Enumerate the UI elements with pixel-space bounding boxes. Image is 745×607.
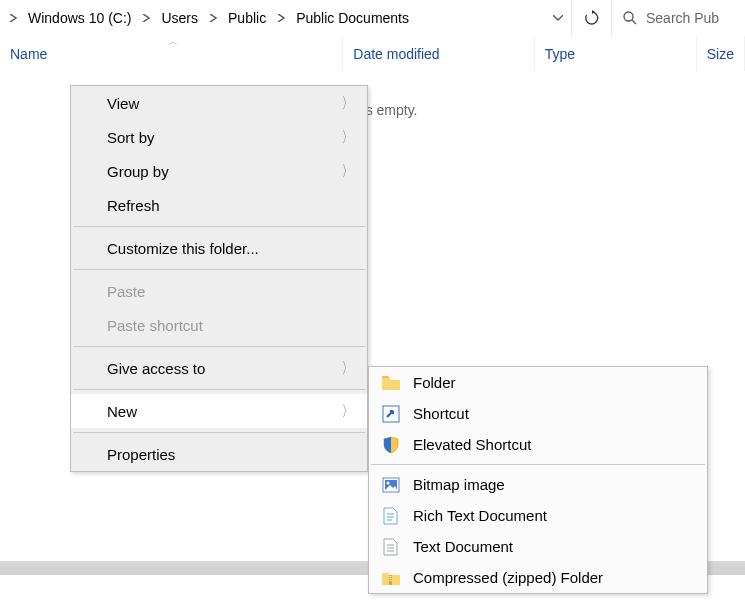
- menu-view[interactable]: View〉: [71, 86, 367, 120]
- submenu-elevated-shortcut[interactable]: Elevated Shortcut: [369, 429, 707, 460]
- svg-rect-14: [390, 578, 392, 579]
- breadcrumb-item[interactable]: Public Documents: [290, 6, 415, 30]
- column-size[interactable]: Size: [697, 36, 745, 71]
- column-type[interactable]: Type: [535, 36, 697, 71]
- column-headers: ︿ Name Date modified Type Size: [0, 36, 745, 72]
- menu-sort-by[interactable]: Sort by〉: [71, 120, 367, 154]
- menu-customize-folder[interactable]: Customize this folder...: [71, 231, 367, 265]
- chevron-right-icon: 〉: [342, 402, 353, 421]
- column-date-modified[interactable]: Date modified: [343, 36, 534, 71]
- rtf-icon: [381, 506, 401, 526]
- menu-separator: [73, 269, 365, 270]
- chevron-right-icon[interactable]: [4, 0, 22, 36]
- refresh-button[interactable]: [571, 0, 611, 36]
- breadcrumb-item[interactable]: Windows 10 (C:): [22, 6, 137, 30]
- address-bar: Windows 10 (C:) Users Public Public Docu…: [0, 0, 745, 36]
- menu-separator: [73, 432, 365, 433]
- submenu-shortcut[interactable]: Shortcut: [369, 398, 707, 429]
- chevron-right-icon[interactable]: [272, 0, 290, 36]
- menu-properties[interactable]: Properties: [71, 437, 367, 471]
- svg-point-5: [387, 481, 390, 484]
- chevron-down-icon[interactable]: [545, 0, 571, 36]
- image-icon: [381, 475, 401, 495]
- shield-icon: [381, 435, 401, 455]
- folder-icon: [381, 373, 401, 393]
- menu-separator: [73, 226, 365, 227]
- menu-new[interactable]: New〉: [71, 394, 367, 428]
- menu-separator: [73, 346, 365, 347]
- menu-separator: [73, 389, 365, 390]
- svg-point-0: [624, 12, 633, 21]
- chevron-right-icon: 〉: [342, 359, 353, 378]
- breadcrumb-item[interactable]: Public: [222, 6, 272, 30]
- submenu-text-document[interactable]: Text Document: [369, 531, 707, 562]
- submenu-compressed-folder[interactable]: Compressed (zipped) Folder: [369, 562, 707, 593]
- text-file-icon: [381, 537, 401, 557]
- menu-refresh[interactable]: Refresh: [71, 188, 367, 222]
- svg-line-1: [632, 20, 636, 24]
- chevron-right-icon[interactable]: [204, 0, 222, 36]
- submenu-folder[interactable]: Folder: [369, 367, 707, 398]
- menu-group-by[interactable]: Group by〉: [71, 154, 367, 188]
- menu-paste-shortcut: Paste shortcut: [71, 308, 367, 342]
- sort-caret-icon: ︿: [168, 35, 180, 49]
- menu-separator: [371, 464, 705, 465]
- new-submenu: Folder Shortcut Elevated Shortcut Bitmap…: [368, 366, 708, 594]
- breadcrumb-item[interactable]: Users: [155, 6, 204, 30]
- submenu-bitmap-image[interactable]: Bitmap image: [369, 469, 707, 500]
- chevron-right-icon: 〉: [342, 162, 353, 181]
- svg-rect-15: [390, 580, 392, 581]
- svg-rect-13: [390, 576, 392, 577]
- context-menu: View〉 Sort by〉 Group by〉 Refresh Customi…: [70, 85, 368, 472]
- menu-paste: Paste: [71, 274, 367, 308]
- zip-folder-icon: [381, 568, 401, 588]
- chevron-right-icon[interactable]: [137, 0, 155, 36]
- chevron-right-icon: 〉: [342, 128, 353, 147]
- chevron-right-icon: 〉: [342, 94, 353, 113]
- shortcut-icon: [381, 404, 401, 424]
- search-input[interactable]: Search Pub: [611, 0, 741, 36]
- menu-give-access-to[interactable]: Give access to〉: [71, 351, 367, 385]
- submenu-rich-text-document[interactable]: Rich Text Document: [369, 500, 707, 531]
- search-icon: [622, 10, 638, 26]
- search-placeholder: Search Pub: [646, 10, 719, 26]
